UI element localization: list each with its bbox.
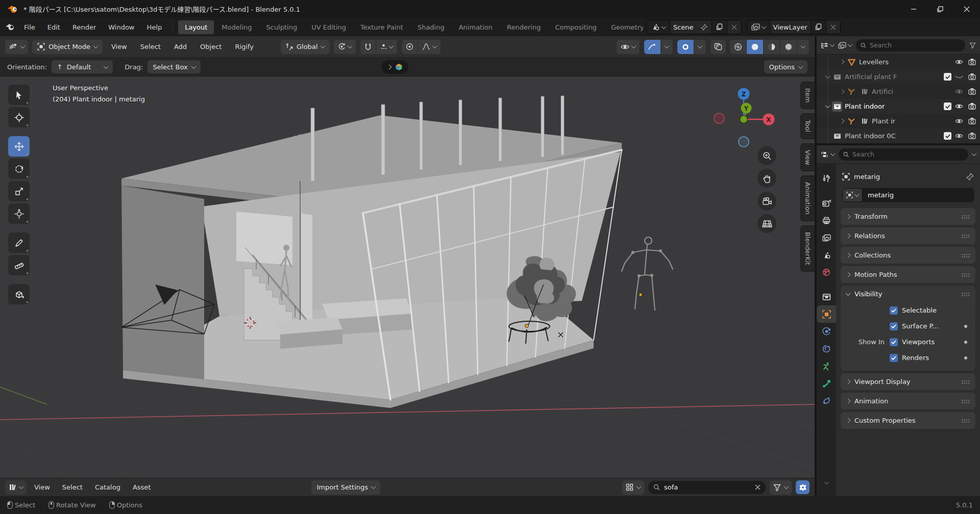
menu-render[interactable]: Render [67,21,102,34]
eye-icon[interactable] [954,87,964,97]
asset-settings-button[interactable] [796,480,810,494]
panel-transform[interactable]: Transform [841,208,975,225]
shading-material-button[interactable] [764,40,780,54]
filter-dropdown[interactable] [770,480,792,495]
tab-view[interactable]: View [800,143,815,172]
animate-dot[interactable] [964,325,967,328]
checkbox-icon[interactable] [944,132,951,140]
tab-tool-properties[interactable] [817,170,836,187]
asset-menu-view[interactable]: View [30,481,55,494]
workspace-tab-texture-paint[interactable]: Texture Paint [354,20,410,34]
tool-measure[interactable] [8,255,30,275]
menu-edit[interactable]: Edit [42,21,66,34]
workspace-tab-uv-editing[interactable]: UV Editing [305,20,353,34]
orientation-dropdown[interactable]: Default [52,60,113,73]
panel-collections[interactable]: Collections [841,247,975,264]
pivot-point-dropdown[interactable] [334,40,356,54]
menu-file[interactable]: File [18,21,41,34]
menu-add[interactable]: Add [169,40,191,53]
workspace-tab-sculpting[interactable]: Sculpting [259,20,304,34]
left-wall[interactable] [121,186,204,379]
viewlayer-name[interactable]: ViewLayer [770,23,811,31]
close-button[interactable] [953,0,980,18]
menu-window[interactable]: Window [103,21,140,34]
tab-constraints-properties[interactable] [817,340,836,357]
outliner-row-levellers[interactable]: Levellers [817,55,980,69]
import-settings-dropdown[interactable]: Import Settings [311,480,380,495]
menu-select[interactable]: Select [136,40,165,53]
snap-target-dropdown[interactable] [376,40,398,54]
camera-toggle-icon[interactable] [967,57,977,67]
viewlayer-browse-button[interactable] [747,20,770,34]
outliner-row-artificial-plant[interactable]: Artificial plant F [817,69,980,84]
item-label[interactable]: Plant indoor [845,102,941,110]
delete-scene-button[interactable] [727,20,741,34]
snap-toggle-button[interactable] [360,40,376,54]
tool-rotate[interactable] [8,159,30,179]
menu-view[interactable]: View [107,40,132,53]
tab-bone-properties[interactable] [817,375,836,392]
item-label[interactable]: Artifici [872,88,951,95]
renders-checkbox[interactable] [890,354,898,362]
editor-type-button[interactable] [5,40,28,54]
workspace-tab-geometry-nodes[interactable]: Geometry [604,20,643,34]
eye-icon[interactable] [954,131,964,141]
outliner-row-plant-indoor[interactable]: Plant indoor [817,99,980,114]
transform-orientation-dropdown[interactable]: Global [281,40,330,54]
tab-strip-overflow-chevron[interactable] [824,479,829,484]
delete-viewlayer-button[interactable] [826,20,840,34]
item-label[interactable]: Plant ir [872,117,951,125]
tab-world-properties[interactable] [817,264,836,281]
breadcrumb-object-name[interactable]: metarig [854,173,880,181]
filter-icon[interactable] [969,42,976,48]
camera-toggle-icon[interactable] [967,101,977,112]
item-label[interactable]: Levellers [859,58,951,66]
overlays-controls[interactable] [677,40,706,54]
menu-help[interactable]: Help [141,21,168,34]
shading-wireframe-button[interactable] [730,40,747,54]
pin-icon[interactable] [697,20,712,34]
gizmo-dropdown[interactable] [661,40,673,54]
outliner-search[interactable] [856,39,965,52]
drag-dropdown[interactable]: Select Box [148,60,200,73]
show-overlays-button[interactable] [677,40,694,54]
tab-object-data-properties[interactable] [817,357,836,375]
scene-browse-button[interactable] [647,20,670,34]
drag-handle[interactable] [961,380,970,384]
drag-handle[interactable] [961,292,970,296]
show-gizmo-button[interactable] [644,40,661,54]
tool-add-primitive[interactable] [8,284,30,304]
asset-editor-type-button[interactable] [5,480,27,495]
outliner-row-artifici[interactable]: Artifici [817,84,980,99]
panel-visibility-header[interactable]: Visibility [841,286,975,302]
tab-object-properties[interactable] [817,305,836,323]
item-label[interactable]: Artificial plant F [845,73,941,81]
blender-menu-icon[interactable] [5,23,15,31]
snapping-controls[interactable] [360,40,398,54]
navigation-gizmo[interactable]: Z Y X [710,79,778,151]
selectable-checkbox[interactable] [890,306,898,315]
eye-icon[interactable] [954,57,964,67]
falloff-dropdown[interactable] [418,40,441,54]
zoom-button[interactable] [757,146,776,165]
drag-handle[interactable] [961,234,970,238]
3d-viewport[interactable]: User Perspective (204) Plant indoor | me… [0,76,815,478]
camera-view-button[interactable] [757,192,776,211]
drag-handle[interactable] [961,215,970,219]
clear-search-icon[interactable] [755,484,761,490]
tab-item[interactable]: Item [800,82,815,109]
menu-object[interactable]: Object [195,40,226,53]
camera-toggle-icon[interactable] [967,87,977,97]
workspace-tab-compositing[interactable]: Compositing [548,20,603,34]
new-viewlayer-button[interactable] [811,20,826,34]
properties-search-input[interactable] [852,150,964,158]
object-id-dropdown[interactable] [843,189,863,201]
gizmo-center[interactable] [740,116,748,123]
tool-cursor[interactable] [8,107,30,127]
tab-output-properties[interactable] [817,212,836,229]
outliner-editor-type-button[interactable] [821,42,834,49]
panel-custom-properties[interactable]: Custom Properties [841,412,975,429]
object-name-input[interactable]: metarig [863,189,973,201]
collapse-icon[interactable] [825,103,830,108]
workspace-tab-rendering[interactable]: Rendering [500,20,547,34]
